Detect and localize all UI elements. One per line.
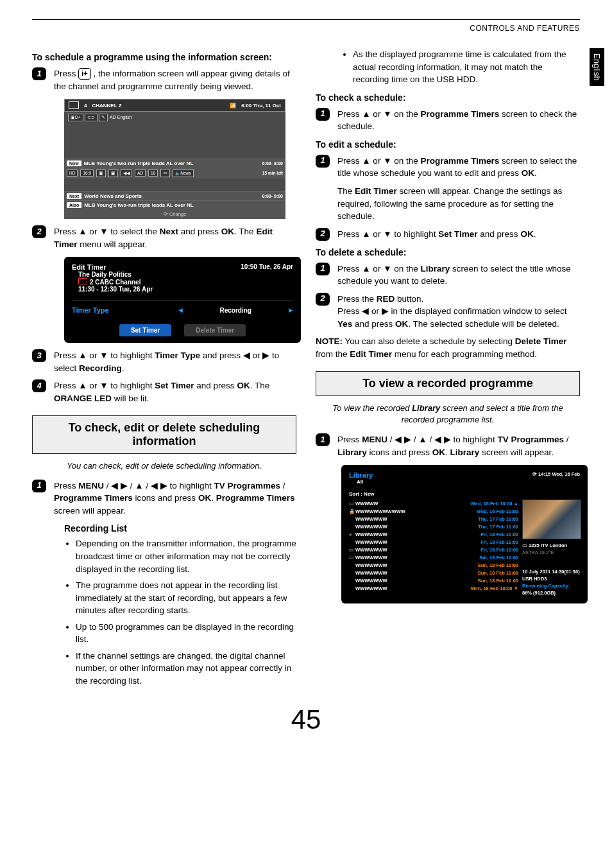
recording-list-heading: Recording List: [64, 523, 296, 534]
heading-edit: To edit a schedule:: [316, 139, 580, 150]
section3-intro: To view the recorded Library screen and …: [316, 403, 580, 426]
page-number: 45: [32, 704, 580, 735]
library-row[interactable]: ●WWWWWWWFri, 18 Feb 10:00: [349, 530, 518, 538]
library-thumbnail: [522, 499, 581, 539]
section-check-edit-delete: To check, edit or delete scheduling info…: [32, 415, 296, 454]
step1-text: Press i+ , the information screen will a…: [54, 67, 296, 92]
step-number-3: 3: [32, 349, 46, 362]
delete-note: NOTE: You can also delete a schedule by …: [316, 335, 580, 360]
step-number-4: 4: [32, 379, 46, 392]
library-row[interactable]: ▭WWWWWWWFri, 18 Feb 10:00: [349, 546, 518, 553]
set-timer-button[interactable]: Set Timer: [119, 324, 171, 336]
tv-icon: [69, 101, 79, 109]
heading-schedule-info: To schedule a programme using the inform…: [32, 52, 296, 62]
library-row[interactable]: WWWWWWWMon, 18 Feb 10:00 ▼: [349, 584, 518, 592]
step-number-2: 2: [32, 225, 46, 238]
recording-list-bullets: Depending on the transmitter information…: [64, 537, 296, 687]
recording-bullet: Up to 500 programmes can be displayed in…: [76, 621, 296, 646]
library-row[interactable]: ▭WWWWWWWSat, 18 Feb 10:00: [349, 553, 518, 561]
step-number-1: 1: [32, 67, 46, 80]
section2-intro: You can check, edit or delete scheduling…: [32, 460, 296, 472]
info-screen-mock: 4 CHANNEL Z 📶 6:00 Thu, 11 Oct ▣D+⊂⊃✎ AD…: [64, 99, 285, 219]
library-row[interactable]: WWWWWWWSun, 18 Feb 10:00: [349, 577, 518, 584]
heading-delete: To delete a schedule:: [316, 247, 580, 257]
language-tab: English: [590, 48, 604, 86]
recording-bullet: Depending on the transmitter information…: [76, 537, 296, 575]
library-row[interactable]: ▭WWWWWWed, 16 Feb 10:00 ▲: [349, 499, 518, 507]
section-view-recorded: To view a recorded programme: [316, 371, 580, 396]
sec2-step1-text: Press MENU / ◀ ▶ / ▲ / ◀ ▶ to highlight …: [54, 480, 296, 517]
step4-text: Press ▲ or ▼ to highlight Set Timer and …: [54, 379, 296, 404]
library-row[interactable]: WWWWWWWSun, 18 Feb 10:00: [349, 561, 518, 569]
step3-text: Press ▲ or ▼ to highlight Timer Type and…: [54, 349, 296, 374]
library-mock: ⟳ 14:15 Wed, 16 Feb Library All Sort : N…: [341, 465, 588, 603]
breadcrumb: CONTROLS AND FEATURES: [32, 24, 580, 33]
recording-bullet: The programme does not appear in the rec…: [76, 579, 296, 617]
info-button-icon: i+: [78, 68, 90, 80]
recording-bullet: If the channel settings are changed, the…: [76, 650, 296, 688]
delete-timer-button[interactable]: Delete Timer: [184, 324, 246, 336]
step2-text: Press ▲ or ▼ to select the Next and pres…: [54, 225, 296, 250]
library-row[interactable]: WWWWWWWThu, 17 Feb 10:00: [349, 515, 518, 523]
heading-check: To check a schedule:: [316, 92, 580, 103]
edit-timer-mock: 10:50 Tue, 26 Apr Edit Timer The Daily P…: [64, 257, 301, 343]
sec2-step1-num: 1: [32, 480, 46, 492]
library-row[interactable]: WWWWWWWSun, 18 Feb 10:00: [349, 569, 518, 577]
continued-bullet: As the displayed programme time is calcu…: [341, 48, 580, 86]
library-row[interactable]: WWWWWWWThu, 17 Feb 10:00: [349, 523, 518, 530]
library-row[interactable]: 🔒WWWWWWWWWWWWed, 16 Feb 10:00: [349, 507, 518, 515]
library-row[interactable]: WWWWWWWFri, 18 Feb 10:00: [349, 538, 518, 546]
